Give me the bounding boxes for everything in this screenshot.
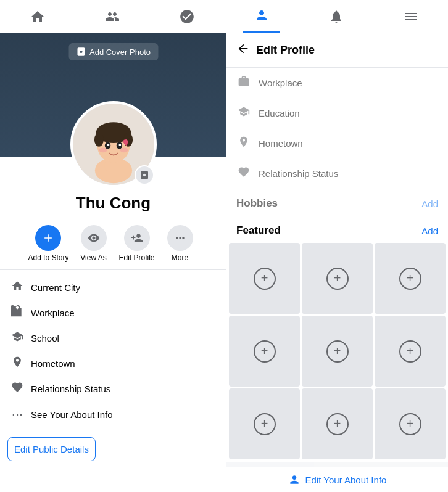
about-school[interactable]: School [10,326,217,351]
add-cover-label: Add Cover Photo [89,47,151,57]
edit-profile-header: Edit Profile [226,33,448,68]
add-featured-icon-5: + [326,340,349,363]
featured-title: Featured [236,224,281,237]
svg-point-5 [123,133,133,147]
edit-about-info-bar[interactable]: Edit Your About Info [226,467,448,492]
svg-point-10 [99,148,107,153]
location-icon [10,356,25,371]
add-featured-icon-3: + [399,268,421,290]
work-icon [10,305,25,321]
school-icon [10,330,25,346]
featured-grid: + + + + + + [226,243,448,462]
featured-cell-8[interactable]: + [302,388,373,459]
left-panel: Add Cover Photo [0,33,226,492]
svg-point-4 [94,133,103,147]
relationship-menu-item[interactable]: Relationship Status [226,158,448,189]
about-relationship[interactable]: Relationship Status [10,376,217,401]
home-icon [10,280,25,295]
about-section: Current City Workplace School [0,269,226,432]
school-label: School [31,333,59,343]
workplace-label: Workplace [31,308,75,318]
hobbies-add-button[interactable]: Add [421,199,438,209]
hobbies-header: Hobbies Add [226,189,448,216]
bell-nav-icon[interactable] [318,0,355,33]
add-featured-icon-9: + [399,413,421,435]
education-menu-icon [236,105,251,121]
profile-name: Thu Cong [10,194,217,213]
people-nav-icon[interactable] [94,0,131,33]
see-about-label: See Your About Info [31,409,113,420]
edit-profile-panel: Edit Profile Workplace [226,33,448,492]
action-buttons: Add to Story View As Edit Profile [0,220,226,269]
right-panel: Edit Profile Workplace [226,33,448,492]
add-featured-icon-8: + [326,413,349,435]
relationship-menu-label: Relationship Status [259,168,338,179]
more-icon [167,225,193,251]
groups-nav-icon[interactable] [168,0,205,33]
edit-about-label: Edit Your About Info [305,475,387,485]
main-layout: Add Cover Photo [0,33,448,492]
add-featured-icon-6: + [399,340,421,363]
edit-profile-label: Edit Profile [119,253,155,262]
svg-point-8 [107,144,109,146]
about-hometown[interactable]: Hometown [10,351,217,376]
menu-nav-icon[interactable] [392,0,429,33]
home-nav-icon[interactable] [19,0,56,33]
edit-public-details-button[interactable]: Edit Public Details [7,437,96,461]
hometown-label: Hometown [31,358,75,369]
hometown-menu-label: Hometown [259,138,303,149]
hobbies-title: Hobbies [236,197,278,210]
back-button[interactable] [236,42,250,59]
relationship-label: Relationship Status [31,383,110,394]
profile-name-section: Thu Cong [0,194,226,220]
add-featured-icon-4: + [254,340,276,363]
avatar-wrapper [70,101,157,187]
featured-cell-1[interactable]: + [229,243,300,314]
view-as-button[interactable]: View As [75,225,112,262]
top-navigation [0,0,448,33]
featured-section: Featured Add + + + + [226,216,448,462]
dimmed-menu-section: Workplace Education [226,68,448,216]
add-story-icon [35,225,61,251]
edit-profile-icon [124,225,150,251]
education-menu-item[interactable]: Education [226,98,448,128]
about-current-city[interactable]: Current City [10,275,217,300]
svg-point-11 [120,148,128,153]
dots-icon: ··· [10,406,25,422]
svg-point-9 [118,144,121,146]
featured-cell-4[interactable]: + [229,316,300,387]
add-featured-icon-1: + [254,268,276,290]
svg-rect-12 [104,160,110,171]
add-to-story-button[interactable]: Add to Story [28,225,68,262]
cover-photo-area: Add Cover Photo [0,33,226,157]
add-cover-photo-button[interactable]: Add Cover Photo [68,43,158,60]
hometown-menu-icon [236,136,251,151]
hometown-menu-item[interactable]: Hometown [226,128,448,158]
profile-nav-icon[interactable] [243,0,280,33]
more-label: More [172,253,188,262]
workplace-menu-icon [236,75,251,91]
about-workplace[interactable]: Workplace [10,300,217,326]
edit-profile-title: Edit Profile [256,44,315,57]
add-featured-icon-2: + [326,268,349,290]
featured-cell-7[interactable]: + [229,388,300,459]
edit-profile-button[interactable]: Edit Profile [118,225,156,262]
current-city-label: Current City [31,282,80,293]
more-button[interactable]: More [162,225,199,262]
edit-public-label: Edit Public Details [14,444,89,454]
view-as-label: View As [80,253,106,262]
featured-add-button[interactable]: Add [421,226,438,236]
education-menu-label: Education [259,108,300,118]
add-story-label: Add to Story [28,253,68,262]
featured-cell-3[interactable]: + [375,243,446,314]
workplace-menu-item[interactable]: Workplace [226,68,448,98]
featured-cell-6[interactable]: + [375,316,446,387]
add-featured-icon-7: + [254,413,276,435]
featured-cell-2[interactable]: + [302,243,373,314]
featured-header: Featured Add [226,216,448,243]
relationship-menu-icon [236,166,251,181]
featured-cell-5[interactable]: + [302,316,373,387]
featured-cell-9[interactable]: + [375,388,446,459]
avatar-camera-icon[interactable] [135,165,154,185]
about-more-info[interactable]: ··· See Your About Info [10,401,217,427]
